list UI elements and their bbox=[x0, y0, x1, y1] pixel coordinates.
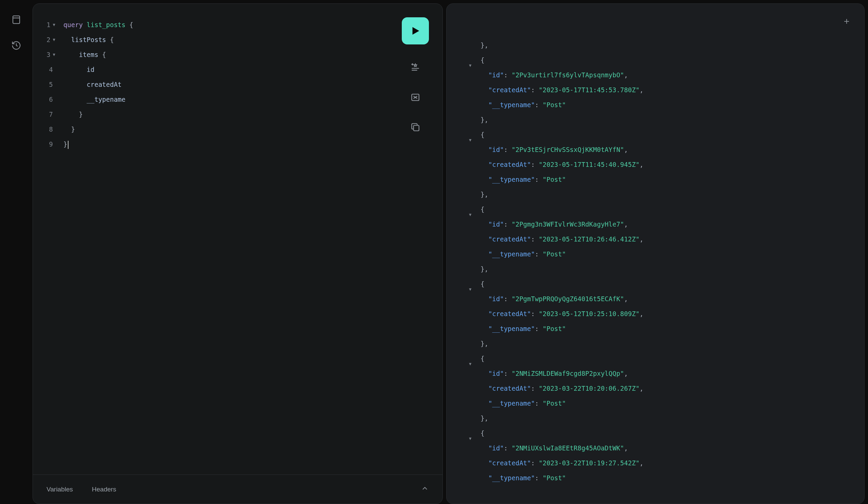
result-line: "createdAt": "2023-03-22T10:19:27.542Z", bbox=[480, 455, 864, 471]
code-line[interactable]: } bbox=[63, 107, 429, 122]
result-line: "__typename": "Post" bbox=[480, 172, 864, 187]
result-line: "__typename": "Post" bbox=[480, 471, 864, 485]
tab-variables[interactable]: Variables bbox=[46, 486, 73, 493]
code-line[interactable]: createdAt bbox=[63, 77, 429, 92]
result-line: "createdAt": "2023-05-17T11:45:53.780Z", bbox=[480, 82, 864, 97]
result-line: }, bbox=[480, 112, 864, 127]
fold-arrow-icon[interactable]: ▼ bbox=[469, 357, 471, 371]
result-line: "__typename": "Post" bbox=[480, 321, 864, 336]
graphql-explorer: 1▼2▼3▼456789 query list_posts { listPost… bbox=[32, 0, 868, 504]
svg-rect-0 bbox=[13, 16, 20, 24]
gutter-line: 6 bbox=[46, 92, 55, 107]
merge-icon[interactable] bbox=[409, 91, 422, 104]
fold-arrow-icon[interactable]: ▼ bbox=[469, 207, 471, 222]
add-tab-icon[interactable] bbox=[843, 17, 851, 27]
result-line: "id": "2PgmTwpPRQOyQgZ64016t5ECAfK", bbox=[480, 291, 864, 306]
result-line: "id": "2Pv3tESjrCHvSSsxQjKKM0tAYfN", bbox=[480, 142, 864, 157]
result-line: "id": "2Pv3urtirl7fs6ylvTApsqnmybO", bbox=[480, 68, 864, 82]
result-line: "__typename": "Post" bbox=[480, 247, 864, 261]
code-line[interactable]: query list_posts { bbox=[63, 17, 429, 32]
result-line: }, bbox=[480, 411, 864, 426]
gutter-line: 8 bbox=[46, 122, 55, 137]
fold-arrow-icon[interactable]: ▼ bbox=[469, 133, 471, 147]
gutter-line: 7 bbox=[46, 107, 55, 122]
code-line[interactable]: __typename bbox=[63, 92, 429, 107]
fold-arrow-icon[interactable]: ▼ bbox=[469, 58, 471, 73]
result-line: "__typename": "Post" bbox=[480, 396, 864, 411]
result-line: "id": "2Pgmg3n3WFIvlrWc3RdKagyHle7", bbox=[480, 217, 864, 232]
fold-arrow-icon[interactable]: ▼ bbox=[469, 282, 471, 297]
gutter-line: 2▼ bbox=[46, 32, 55, 47]
gutter-line: 3▼ bbox=[46, 47, 55, 62]
chevron-up-icon[interactable] bbox=[421, 484, 429, 494]
result-line: "createdAt": "2023-05-17T11:45:40.945Z", bbox=[480, 157, 864, 172]
gutter-line: 1▼ bbox=[46, 17, 55, 32]
result-line: ▼{ bbox=[480, 127, 864, 142]
fold-arrow-icon[interactable]: ▼ bbox=[53, 32, 55, 47]
prettify-icon[interactable] bbox=[409, 61, 422, 74]
query-pane: 1▼2▼3▼456789 query list_posts { listPost… bbox=[32, 3, 443, 504]
result-line: ▼{ bbox=[480, 426, 864, 441]
results-pane: },▼{ "id": "2Pv3urtirl7fs6ylvTApsqnmybO"… bbox=[446, 3, 865, 504]
tab-headers[interactable]: Headers bbox=[92, 486, 116, 493]
fold-arrow-icon[interactable]: ▼ bbox=[53, 47, 55, 62]
result-line: ▼{ bbox=[480, 202, 864, 217]
code-line[interactable]: listPosts { bbox=[63, 32, 429, 47]
result-line: }, bbox=[480, 336, 864, 351]
code-line[interactable]: } bbox=[63, 122, 429, 137]
gutter-line: 4 bbox=[46, 62, 55, 77]
secondary-tabs: Variables Headers bbox=[33, 474, 443, 504]
fold-arrow-icon[interactable]: ▼ bbox=[53, 17, 55, 32]
line-gutter: 1▼2▼3▼456789 bbox=[46, 17, 56, 474]
result-line: }, bbox=[480, 261, 864, 276]
gutter-line: 9 bbox=[46, 137, 55, 152]
result-line: "createdAt": "2023-05-12T10:25:10.809Z", bbox=[480, 306, 864, 321]
code-line[interactable]: id bbox=[63, 62, 429, 77]
editor-actions bbox=[402, 17, 429, 134]
results-json[interactable]: },▼{ "id": "2Pv3urtirl7fs6ylvTApsqnmybO"… bbox=[446, 4, 864, 485]
result-line: ▼{ bbox=[480, 351, 864, 366]
query-editor[interactable]: 1▼2▼3▼456789 query list_posts { listPost… bbox=[33, 4, 443, 474]
svg-rect-4 bbox=[414, 125, 419, 131]
result-line: "createdAt": "2023-05-12T10:26:46.412Z", bbox=[480, 232, 864, 247]
result-line: }, bbox=[480, 187, 864, 202]
code-line[interactable]: items { bbox=[63, 47, 429, 62]
result-line: "__typename": "Post" bbox=[480, 97, 864, 112]
code-line[interactable]: } bbox=[63, 137, 429, 152]
fold-arrow-icon[interactable]: ▼ bbox=[469, 431, 471, 446]
result-line: "id": "2NMiUXslwIa8EEtR8g45AOaDtWK", bbox=[480, 441, 864, 455]
result-line: "createdAt": "2023-03-22T10:20:06.267Z", bbox=[480, 381, 864, 396]
svg-marker-2 bbox=[413, 27, 420, 35]
result-line: ▼{ bbox=[480, 53, 864, 68]
history-icon[interactable] bbox=[10, 39, 22, 52]
left-rail bbox=[0, 0, 32, 504]
gutter-line: 5 bbox=[46, 77, 55, 92]
result-line: "id": "2NMiZSMLDEWaf9cgd8P2pxylQQp", bbox=[480, 366, 864, 381]
result-line: }, bbox=[480, 38, 864, 53]
result-line: ▼{ bbox=[480, 276, 864, 291]
run-button[interactable] bbox=[402, 17, 429, 44]
copy-icon[interactable] bbox=[409, 121, 422, 134]
docs-icon[interactable] bbox=[10, 13, 22, 26]
code-body[interactable]: query list_posts { listPosts { items { i… bbox=[56, 17, 429, 474]
